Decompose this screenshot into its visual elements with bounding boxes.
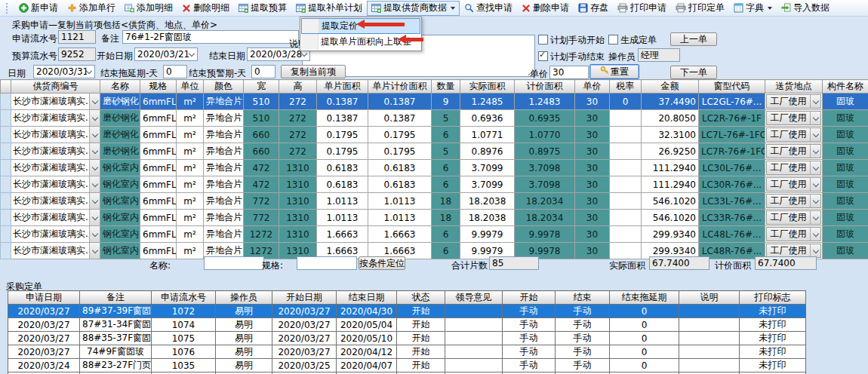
column-header-supplier-code[interactable]: 供货商编号 (11, 80, 100, 94)
table-row[interactable]: 长沙市潇湘玻璃实...钢化室内...6mmFLE...m²异地合片7721310… (1, 193, 868, 210)
cell-amount[interactable]: 20.8050 (642, 110, 699, 127)
delivery-dropdown[interactable]: 工厂使用 (766, 210, 821, 225)
cell-end-date[interactable]: 2020/04/30 (337, 305, 397, 318)
table-row[interactable]: 长沙市潇湘玻璃实...磨砂钢化...6mmFLE...m²异地合片6602720… (1, 127, 868, 143)
cell-unit-price[interactable]: 30 (575, 176, 610, 193)
cell-remark[interactable]: 74#9F窗固玻 (80, 345, 152, 359)
row-header[interactable] (1, 143, 11, 160)
cell-piece-area[interactable]: 1.0113 (317, 193, 368, 210)
cell-unit[interactable]: m² (177, 193, 204, 210)
toolbar-button-find-request[interactable]: 查找申请 (460, 1, 517, 16)
toolbar-button-print-order[interactable]: 打印定单 (671, 1, 729, 16)
chevron-down-icon[interactable] (89, 94, 100, 109)
column-header-window-code[interactable]: 窗型代码 (699, 80, 765, 94)
cell-name[interactable]: 钢化室内... (100, 243, 140, 259)
cell-width[interactable]: 660 (244, 127, 279, 143)
cell-request-date[interactable]: 2020/03/27 (8, 305, 80, 318)
cell-print-flag[interactable]: 未打印 (740, 345, 806, 359)
cell-actual-area[interactable]: 18.2038 (460, 193, 515, 210)
cell-qty[interactable]: 5 (432, 143, 460, 160)
chevron-down-icon[interactable] (89, 143, 100, 159)
cell-tax-rate[interactable] (610, 193, 642, 210)
orders-row[interactable]: 2020/03/2788#35-37F窗固玻1075易明2020/03/2720… (8, 332, 806, 345)
cell-color[interactable]: 异地合片 (204, 127, 244, 143)
cell-spec[interactable]: 6mmFLE... (140, 226, 177, 243)
cell-end-delay[interactable]: 0 (610, 359, 679, 372)
cell-unit[interactable]: m² (177, 110, 204, 127)
chevron-down-icon[interactable] (89, 127, 100, 143)
cell-actual-area[interactable]: 0.6936 (460, 110, 515, 127)
cell-supplier-code[interactable]: 长沙市潇湘玻璃实... (11, 176, 100, 193)
cell-end-delay[interactable]: 0 (610, 318, 679, 332)
cell-billing-area[interactable]: 9.9978 (515, 226, 575, 243)
cell-window-code[interactable]: LC30L-76#... (699, 160, 765, 176)
cell-billing-area[interactable]: 18.2034 (515, 210, 575, 226)
column-header-unit-price[interactable]: 单价 (575, 80, 610, 94)
cell-delivery-location[interactable]: 工厂使用 (765, 160, 823, 176)
cell-unit[interactable]: m² (177, 176, 204, 193)
column-header-qty[interactable]: 数量 (432, 80, 460, 94)
toolbar-button-add-single-row[interactable]: 添加单行 (63, 1, 120, 16)
column-header-piece-area[interactable]: 单片面积 (317, 80, 368, 94)
warn-field[interactable] (251, 65, 275, 78)
cell-start[interactable]: 手动 (503, 318, 556, 332)
cell-start[interactable]: 手动 (503, 305, 556, 318)
cell-amount[interactable]: 32.3100 (642, 127, 699, 143)
cell-name[interactable]: 钢化室内... (100, 210, 140, 226)
remark-field[interactable] (122, 30, 299, 44)
cell-name[interactable]: 钢化室内... (100, 226, 140, 243)
cell-request-date[interactable]: 2020/03/27 (8, 332, 80, 345)
cell-start-date[interactable]: 2020/03/27 (272, 332, 337, 345)
generate-order-checkbox[interactable] (608, 35, 618, 44)
cell-part-name[interactable]: 固玻 (823, 143, 868, 160)
cell-print-flag[interactable]: 未打印 (740, 332, 806, 345)
orders-column-header-end-delay[interactable]: 结束拖延期 (610, 291, 679, 305)
cell-actual-area[interactable]: 3.7099 (460, 160, 515, 176)
cell-supplier-code[interactable]: 长沙市潇湘玻璃实... (11, 143, 100, 160)
delivery-dropdown[interactable]: 工厂使用 (766, 127, 821, 142)
date-select[interactable]: 2020/03/31 (33, 65, 95, 78)
toolbar-button-delete-detail[interactable]: 删除明细 (177, 1, 234, 16)
cell-start-date[interactable]: 2020/03/25 (272, 359, 337, 372)
cell-unit-price[interactable]: 30 (575, 193, 610, 210)
toolbar-button-add-detail[interactable]: 添加明细 (120, 1, 177, 16)
cell-part-name[interactable]: 固玻 (823, 110, 868, 127)
cell-note[interactable] (679, 318, 740, 332)
reset-button[interactable]: 重置 (589, 64, 639, 79)
cell-end[interactable]: 手动 (556, 345, 610, 359)
cell-unit[interactable]: m² (177, 127, 204, 143)
cell-piece-billing-area[interactable]: 1.0113 (368, 210, 432, 226)
column-header-piece-billing-area[interactable]: 单片计价面积 (368, 80, 432, 94)
cell-billing-area[interactable]: 18.2034 (515, 193, 575, 210)
chevron-down-icon[interactable] (89, 110, 100, 126)
table-row[interactable]: 长沙市潇湘玻璃实...钢化室内...6mmFLE...m²异地合片1272131… (1, 226, 868, 243)
cell-end-delay[interactable]: 0 (610, 345, 679, 359)
orders-column-header-end[interactable]: 结束 (556, 291, 610, 305)
chevron-down-icon[interactable] (89, 193, 100, 209)
column-header-actual-area[interactable]: 实际面积 (460, 80, 515, 94)
cell-name[interactable]: 钢化室内... (100, 160, 140, 176)
cell-spec[interactable]: 6mmFLE... (140, 110, 177, 127)
cell-delivery-location[interactable]: 工厂使用 (765, 110, 823, 127)
cell-delivery-location[interactable]: 工厂使用 (765, 176, 823, 193)
delivery-dropdown[interactable]: 工厂使用 (766, 144, 821, 158)
cell-unit-price[interactable]: 30 (575, 110, 610, 127)
cell-piece-billing-area[interactable]: 0.6183 (368, 160, 432, 176)
column-header-height[interactable]: 高 (279, 80, 317, 94)
cell-width[interactable]: 772 (244, 210, 279, 226)
cell-piece-area[interactable]: 0.1387 (317, 110, 368, 127)
toolbar-button-dictionary[interactable]: 字典 (729, 1, 777, 16)
delivery-dropdown[interactable]: 工厂使用 (766, 111, 821, 125)
cell-supplier-code[interactable]: 长沙市潇湘玻璃实... (11, 226, 100, 243)
table-row[interactable]: 长沙市潇湘玻璃实...磨砂钢化...6mmFLE...m²异地合片5102720… (1, 94, 868, 110)
cell-unit[interactable]: m² (177, 210, 204, 226)
cell-window-code[interactable]: LC30R-76#... (699, 176, 765, 193)
cell-qty[interactable]: 9 (432, 94, 460, 110)
delivery-dropdown[interactable]: 工厂使用 (766, 94, 821, 109)
cell-part-name[interactable]: 固玻 (823, 210, 868, 226)
cell-part-name[interactable]: 固玻 (823, 243, 868, 259)
cell-unit-price[interactable]: 30 (575, 94, 610, 110)
cell-qty[interactable]: 5 (432, 110, 460, 127)
cell-unit-price[interactable]: 30 (575, 243, 610, 259)
cell-piece-billing-area[interactable]: 0.6183 (368, 176, 432, 193)
